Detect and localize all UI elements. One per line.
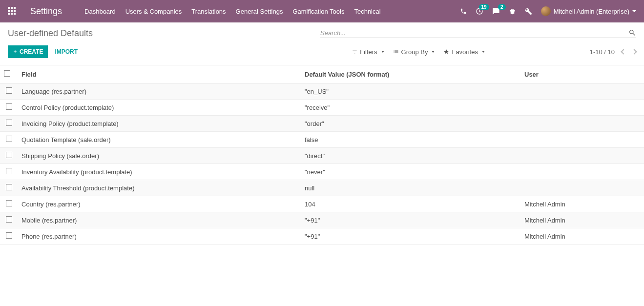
create-button[interactable]: CREATE	[8, 45, 48, 58]
table-row[interactable]: Shipping Policy (sale.order)"direct"	[0, 148, 644, 164]
cell-user	[520, 116, 644, 132]
cell-value: "+91"	[301, 212, 520, 228]
column-value[interactable]: Default Value (JSON format)	[301, 65, 520, 83]
cell-field: Availability Threshold (product.template…	[18, 180, 301, 196]
cell-user	[520, 180, 644, 196]
column-user[interactable]: User	[520, 65, 644, 83]
top-nav: Settings Dashboard Users & Companies Tra…	[0, 0, 644, 22]
cell-field: Shipping Policy (sale.order)	[18, 148, 301, 164]
table-row[interactable]: Quotation Template (sale.order)false	[0, 132, 644, 148]
cell-value: "+91"	[301, 228, 520, 245]
cell-value: "receive"	[301, 100, 520, 116]
menu-dashboard[interactable]: Dashboard	[84, 8, 116, 15]
cell-user: Mitchell Admin	[520, 196, 644, 212]
cell-value: false	[301, 132, 520, 148]
filters-label: Filters	[360, 48, 377, 56]
phone-icon[interactable]	[460, 8, 467, 15]
cell-value: 104	[301, 196, 520, 212]
row-checkbox[interactable]	[6, 232, 12, 239]
cell-field: Mobile (res.partner)	[18, 212, 301, 228]
cell-field: Control Policy (product.template)	[18, 100, 301, 116]
pager-prev[interactable]	[621, 49, 626, 54]
row-checkbox[interactable]	[6, 200, 12, 206]
records-table: Field Default Value (JSON format) User L…	[0, 65, 644, 245]
table-row[interactable]: Country (res.partner)104Mitchell Admin	[0, 196, 644, 212]
cell-user	[520, 132, 644, 148]
search-bar[interactable]	[320, 29, 636, 38]
messages-icon[interactable]: 2	[492, 7, 500, 15]
debug-icon[interactable]	[509, 8, 516, 15]
app-brand[interactable]: Settings	[30, 6, 62, 17]
cell-value: "direct"	[301, 148, 520, 164]
menu-general-settings[interactable]: General Settings	[236, 8, 283, 15]
cell-value: "en_US"	[301, 83, 520, 100]
cell-user	[520, 164, 644, 180]
menu-gamification-tools[interactable]: Gamification Tools	[292, 8, 344, 15]
cell-field: Inventory Availability (product.template…	[18, 164, 301, 180]
table-row[interactable]: Phone (res.partner)"+91"Mitchell Admin	[0, 228, 644, 245]
menu-translations[interactable]: Translations	[191, 8, 226, 15]
import-button[interactable]: IMPORT	[55, 48, 78, 55]
table-row[interactable]: Language (res.partner)"en_US"	[0, 83, 644, 100]
pager-next[interactable]	[631, 49, 637, 54]
search-input[interactable]	[320, 29, 628, 37]
row-checkbox[interactable]	[6, 184, 12, 190]
table-row[interactable]: Control Policy (product.template)"receiv…	[0, 100, 644, 116]
row-checkbox[interactable]	[6, 152, 12, 158]
groupby-dropdown[interactable]: Group By	[393, 48, 435, 56]
menu-technical[interactable]: Technical	[354, 8, 380, 15]
cell-user	[520, 148, 644, 164]
row-checkbox[interactable]	[6, 168, 12, 174]
pager: 1-10 / 10	[590, 48, 636, 56]
systray: 19 2 Mitchell Admin (Enterprise)	[460, 6, 636, 16]
chevron-down-icon	[482, 51, 485, 53]
row-checkbox[interactable]	[6, 120, 12, 126]
cell-user: Mitchell Admin	[520, 228, 644, 245]
list-icon	[393, 49, 399, 55]
filter-icon	[352, 49, 357, 55]
cell-value: null	[301, 180, 520, 196]
row-checkbox[interactable]	[6, 87, 12, 94]
star-icon	[443, 49, 449, 55]
apps-icon[interactable]	[8, 7, 17, 16]
create-label: CREATE	[20, 48, 43, 55]
avatar	[541, 6, 551, 16]
menu-users-companies[interactable]: Users & Companies	[125, 8, 182, 15]
cell-user	[520, 100, 644, 116]
activities-icon[interactable]: 19	[476, 7, 483, 15]
row-checkbox[interactable]	[6, 216, 12, 223]
cell-field: Quotation Template (sale.order)	[18, 132, 301, 148]
table-row[interactable]: Mobile (res.partner)"+91"Mitchell Admin	[0, 212, 644, 228]
messages-badge: 2	[498, 4, 506, 10]
filters-dropdown[interactable]: Filters	[352, 48, 384, 56]
plus-icon	[13, 49, 18, 54]
activities-badge: 19	[479, 4, 489, 10]
user-label: Mitchell Admin (Enterprise)	[554, 8, 629, 15]
cell-field: Invoicing Policy (product.template)	[18, 116, 301, 132]
main-menu: Dashboard Users & Companies Translations…	[84, 8, 381, 15]
cell-field: Phone (res.partner)	[18, 228, 301, 245]
chevron-down-icon	[381, 51, 384, 53]
breadcrumb: User-defined Defaults	[8, 28, 320, 39]
select-all-checkbox[interactable]	[4, 70, 10, 77]
pager-text: 1-10 / 10	[590, 48, 615, 56]
table-row[interactable]: Inventory Availability (product.template…	[0, 164, 644, 180]
chevron-down-icon	[432, 51, 435, 53]
developer-tools-icon[interactable]	[525, 8, 532, 15]
search-icon[interactable]	[628, 29, 636, 37]
groupby-label: Group By	[401, 48, 428, 56]
column-field[interactable]: Field	[18, 65, 301, 83]
cell-field: Language (res.partner)	[18, 83, 301, 100]
user-menu[interactable]: Mitchell Admin (Enterprise)	[541, 6, 636, 16]
row-checkbox[interactable]	[6, 103, 12, 110]
row-checkbox[interactable]	[6, 136, 12, 142]
favorites-label: Favorites	[452, 48, 478, 56]
favorites-dropdown[interactable]: Favorites	[443, 48, 484, 56]
table-row[interactable]: Availability Threshold (product.template…	[0, 180, 644, 196]
cell-value: "order"	[301, 116, 520, 132]
table-row[interactable]: Invoicing Policy (product.template)"orde…	[0, 116, 644, 132]
cell-field: Country (res.partner)	[18, 196, 301, 212]
control-panel: User-defined Defaults CREATE IMPORT Filt…	[0, 22, 644, 63]
cell-value: "never"	[301, 164, 520, 180]
chevron-down-icon	[632, 10, 636, 12]
